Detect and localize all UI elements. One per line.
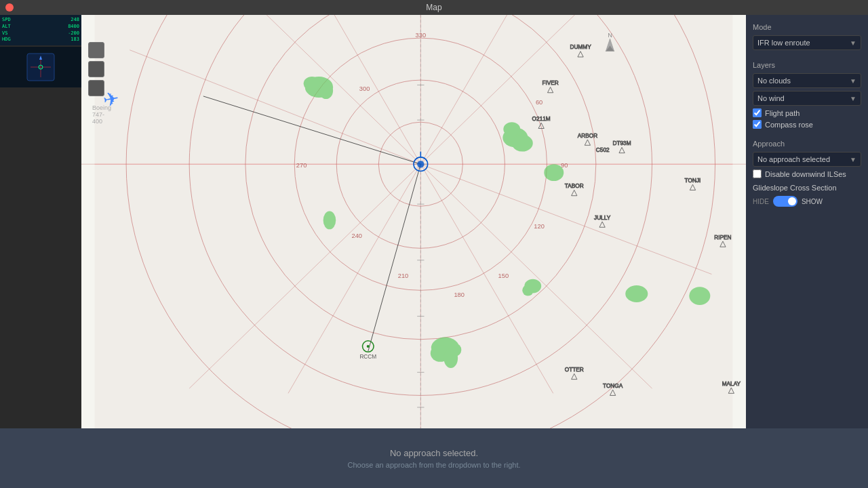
disable-downwind-row: Disable downwind ILSes [753, 169, 861, 178]
svg-text:N: N [608, 32, 612, 39]
flight-path-label: Flight path [765, 109, 800, 117]
compass-rose-checkbox[interactable] [753, 120, 762, 129]
bottom-bar: No approach selected. Choose an approach… [0, 428, 868, 488]
aircraft-label: Boeing 747-400 [92, 104, 111, 125]
approach-section: Approach No approach selected ▼ Disable … [753, 140, 861, 207]
svg-text:JULLY: JULLY [594, 215, 611, 221]
svg-text:270: 270 [296, 162, 307, 169]
map-canvas[interactable]: 330 300 270 240 210 180 150 120 90 60 [81, 15, 746, 428]
svg-text:OTTER: OTTER [565, 367, 584, 373]
wind-arrow: ▼ [850, 95, 856, 102]
wind-dropdown[interactable]: No wind ▼ [753, 91, 861, 106]
layers-label: Layers [753, 61, 861, 69]
ctrl-btn-3[interactable] [88, 80, 104, 96]
glideslope-label: Glideslope Cross Section [753, 184, 861, 192]
svg-text:ARBOR: ARBOR [578, 133, 597, 139]
disable-downwind-checkbox[interactable] [753, 169, 762, 178]
svg-text:DUMMY: DUMMY [570, 44, 591, 50]
right-panel: Mode IFR low enroute ▼ Layers No clouds … [746, 15, 868, 428]
svg-rect-5 [95, 15, 733, 428]
titlebar: Map [0, 0, 868, 15]
mode-dropdown[interactable]: IFR low enroute ▼ [753, 35, 861, 50]
svg-point-48 [319, 82, 333, 99]
svg-point-52 [544, 164, 564, 181]
hide-label: HIDE [753, 198, 769, 205]
svg-text:150: 150 [498, 272, 509, 279]
svg-text:180: 180 [454, 291, 465, 298]
svg-text:TABOR: TABOR [565, 183, 584, 189]
disable-downwind-label: Disable downwind ILSes [765, 170, 846, 178]
ctrl-btn-2[interactable] [88, 61, 104, 77]
bottom-sub-text: Choose an approach from the dropdown to … [348, 461, 521, 469]
mode-label: Mode [753, 23, 861, 31]
svg-point-50 [512, 135, 533, 152]
svg-point-88 [367, 345, 370, 348]
mode-value: IFR low enroute [757, 39, 810, 47]
svg-text:DT93M: DT93M [613, 140, 631, 146]
svg-text:MALAY: MALAY [722, 381, 741, 387]
svg-point-51 [503, 122, 520, 136]
compass-rose-row: Compass rose [753, 120, 861, 129]
svg-text:300: 300 [359, 85, 370, 92]
approach-value: No approach selected [757, 155, 830, 163]
svg-point-55 [522, 285, 534, 296]
main-container: SPD248 ALT8400 VS-200 HDG183 [0, 15, 868, 488]
svg-text:RCCM: RCCM [359, 354, 376, 360]
svg-point-47 [304, 77, 321, 91]
svg-text:TONJI: TONJI [685, 178, 701, 184]
map-svg: 330 300 270 240 210 180 150 120 90 60 [81, 15, 746, 428]
mode-dropdown-arrow: ▼ [850, 39, 856, 47]
svg-point-57 [689, 287, 710, 305]
bottom-main-text: No approach selected. [390, 448, 478, 458]
layers-section: Layers No clouds ▼ No wind ▼ Flight path… [753, 61, 861, 129]
glideslope-toggle-row: HIDE SHOW [753, 196, 861, 207]
svg-text:330: 330 [416, 32, 427, 39]
svg-text:RIPEN: RIPEN [714, 235, 731, 241]
compass-rose-label: Compass rose [765, 121, 813, 129]
svg-text:120: 120 [534, 223, 545, 230]
flight-path-row: Flight path [753, 108, 861, 117]
flight-path-checkbox[interactable] [753, 108, 762, 117]
wind-value: No wind [757, 94, 785, 102]
approach-dropdown[interactable]: No approach selected ▼ [753, 152, 861, 167]
svg-text:O211M: O211M [532, 116, 551, 122]
svg-text:60: 60 [536, 99, 542, 106]
svg-text:FIVER: FIVER [542, 80, 558, 86]
close-button[interactable] [5, 3, 14, 12]
map-row: SPD248 ALT8400 VS-200 HDG183 [0, 15, 868, 428]
clouds-value: No clouds [757, 77, 791, 85]
show-label: SHOW [802, 198, 823, 205]
clouds-arrow: ▼ [850, 77, 856, 85]
approach-label: Approach [753, 140, 861, 148]
svg-point-61 [450, 344, 462, 357]
ctrl-btn-1[interactable] [88, 42, 104, 58]
left-sidebar: SPD248 ALT8400 VS-200 HDG183 [0, 15, 81, 428]
svg-text:C502: C502 [596, 147, 610, 153]
svg-text:TONGA: TONGA [603, 383, 623, 389]
mode-section: Mode IFR low enroute ▼ [753, 23, 861, 50]
window-title: Map [426, 3, 441, 12]
svg-point-53 [323, 211, 336, 229]
svg-text:240: 240 [351, 232, 362, 239]
approach-arrow: ▼ [850, 156, 856, 163]
svg-text:210: 210 [398, 272, 409, 279]
clouds-dropdown[interactable]: No clouds ▼ [753, 73, 861, 88]
svg-point-56 [625, 285, 648, 302]
svg-point-91 [417, 161, 424, 167]
glideslope-toggle[interactable] [773, 196, 797, 207]
